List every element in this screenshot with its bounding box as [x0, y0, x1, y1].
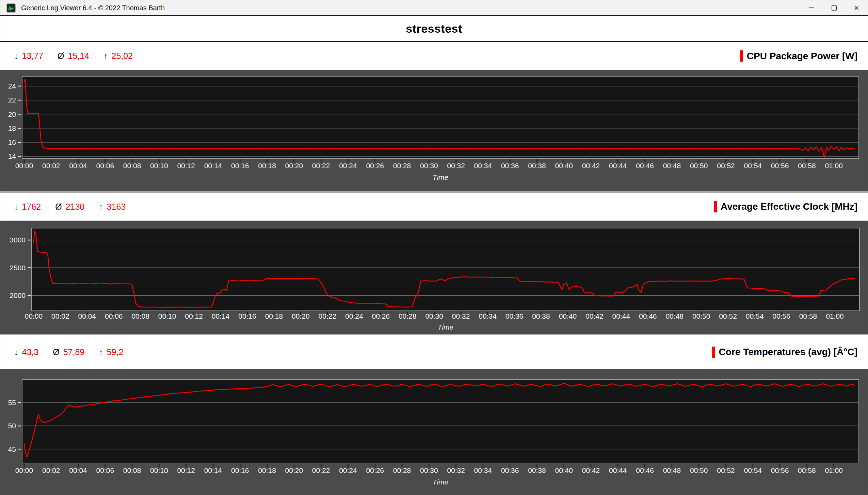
max-arrow-icon: ↑	[103, 51, 108, 61]
x-axis-label: 00:54	[744, 162, 762, 170]
x-axis-label: 00:16	[231, 162, 249, 170]
x-axis-label: 00:56	[771, 466, 789, 474]
x-axis-title: Time	[433, 173, 448, 181]
x-axis-label: 00:36	[505, 312, 524, 320]
avg-icon: Ø	[53, 347, 59, 357]
avg-value: 15,14	[68, 51, 90, 61]
window-titlebar: Generic Log Viewer 6.4 - © 2022 Thomas B…	[0, 0, 868, 16]
max-value: 25,02	[112, 51, 133, 61]
x-axis-label: 00:08	[123, 162, 141, 170]
x-axis-label: 00:02	[51, 312, 69, 320]
chart-title-group: Average Effective Clock [MHz]	[714, 201, 857, 212]
y-axis-label: 2500	[10, 264, 26, 272]
min-value: 43,3	[22, 347, 39, 357]
chart-canvas-power[interactable]: 14161820222400:0000:0200:0400:0600:0800:…	[0, 70, 868, 191]
x-axis-label: 00:44	[612, 312, 630, 320]
x-axis-label: 01:00	[825, 466, 843, 474]
x-axis-label: 00:16	[238, 312, 256, 320]
x-axis-label: 00:48	[663, 162, 681, 170]
min-arrow-icon: ↓	[14, 202, 18, 212]
x-axis-label: 00:36	[501, 466, 519, 474]
chart-title: Core Temperatures (avg) [Â°C]	[719, 347, 857, 357]
chart-canvas-temp[interactable]: 45505500:0000:0200:0400:0600:0800:1000:1…	[0, 369, 868, 495]
y-axis-label: 20	[8, 110, 16, 118]
max-arrow-icon: ↑	[99, 202, 103, 212]
x-axis-label: 00:18	[265, 312, 283, 320]
y-axis-label: 45	[8, 445, 16, 453]
close-icon: ×	[854, 3, 859, 13]
chart-canvas-clock[interactable]: 20002500300000:0000:0200:0400:0600:0800:…	[0, 221, 868, 334]
x-axis-label: 00:00	[15, 162, 33, 170]
minimize-button[interactable]	[800, 0, 823, 15]
x-axis-label: 00:04	[69, 162, 87, 170]
x-axis-label: 00:48	[663, 466, 681, 474]
chart-stats: ↓ 13,77 Ø 15,14 ↑ 25,02	[14, 51, 133, 61]
plot-area[interactable]	[22, 380, 859, 463]
maximize-icon	[832, 5, 837, 11]
x-axis-label: 00:48	[665, 312, 684, 320]
x-axis-label: 00:06	[96, 162, 114, 170]
stats-row-temp: ↓ 43,3 Ø 57,89 ↑ 59,2 Core Temperatures …	[0, 335, 868, 369]
x-axis-label: 00:26	[366, 162, 384, 170]
chart-title-group: CPU Package Power [W]	[740, 50, 857, 62]
x-axis-label: 00:58	[798, 162, 816, 170]
x-axis-label: 00:42	[582, 162, 600, 170]
maximize-button[interactable]	[823, 0, 845, 15]
x-axis-label: 00:30	[420, 162, 438, 170]
x-axis-label: 00:26	[372, 312, 390, 320]
x-axis-label: 00:10	[150, 466, 168, 474]
x-axis-label: 00:42	[582, 466, 600, 474]
x-axis-label: 00:12	[177, 162, 195, 170]
y-axis-label: 16	[8, 138, 16, 146]
x-axis-label: 00:02	[42, 466, 60, 474]
x-axis-label: 00:08	[123, 466, 141, 474]
x-axis-label: 00:28	[399, 312, 417, 320]
plot-area[interactable]	[22, 76, 859, 159]
accent-bar	[712, 347, 715, 358]
x-axis-label: 00:40	[559, 312, 577, 320]
x-axis-label: 00:12	[177, 466, 195, 474]
y-axis-label: 2000	[10, 291, 26, 299]
x-axis-label: 00:02	[42, 162, 60, 170]
y-axis-label: 14	[8, 152, 16, 160]
min-value: 13,77	[22, 51, 44, 61]
x-axis-label: 00:04	[78, 312, 96, 320]
x-axis-label: 00:32	[447, 466, 465, 474]
x-axis-label: 00:28	[393, 162, 411, 170]
x-axis-label: 00:14	[212, 312, 230, 320]
close-button[interactable]: ×	[845, 0, 868, 15]
x-axis-label: 00:46	[639, 312, 657, 320]
x-axis-label: 00:54	[746, 312, 764, 320]
x-axis-label: 00:10	[150, 162, 168, 170]
max-arrow-icon: ↑	[99, 347, 103, 357]
x-axis-label: 00:26	[366, 466, 384, 474]
x-axis-label: 00:22	[312, 162, 330, 170]
x-axis-label: 01:00	[826, 312, 844, 320]
x-axis-label: 00:00	[15, 466, 33, 474]
avg-value: 57,89	[63, 347, 85, 357]
plot-area[interactable]	[32, 228, 859, 311]
x-axis-label: 00:24	[345, 312, 363, 320]
x-axis-label: 00:10	[158, 312, 176, 320]
chart-title: CPU Package Power [W]	[747, 51, 857, 62]
avg-value: 2130	[66, 202, 85, 212]
x-axis-label: 00:38	[528, 466, 546, 474]
accent-bar	[740, 50, 743, 62]
y-axis-label: 3000	[10, 236, 26, 244]
x-axis-label: 00:32	[447, 162, 465, 170]
x-axis-label: 00:44	[609, 466, 627, 474]
x-axis-label: 00:20	[285, 466, 303, 474]
x-axis-label: 00:46	[636, 162, 654, 170]
page-title: stresstest	[406, 22, 462, 35]
avg-icon: Ø	[58, 51, 64, 61]
x-axis-label: 00:50	[690, 162, 708, 170]
x-axis-label: 00:00	[25, 312, 43, 320]
x-axis-label: 00:56	[772, 312, 790, 320]
x-axis-label: 00:28	[393, 466, 411, 474]
y-axis-label: 24	[8, 82, 16, 90]
x-axis-label: 00:14	[204, 466, 222, 474]
x-axis-label: 00:54	[744, 466, 762, 474]
chart-title: Average Effective Clock [MHz]	[721, 201, 857, 212]
x-axis-label: 00:34	[479, 312, 497, 320]
page-header: stresstest	[0, 16, 868, 42]
